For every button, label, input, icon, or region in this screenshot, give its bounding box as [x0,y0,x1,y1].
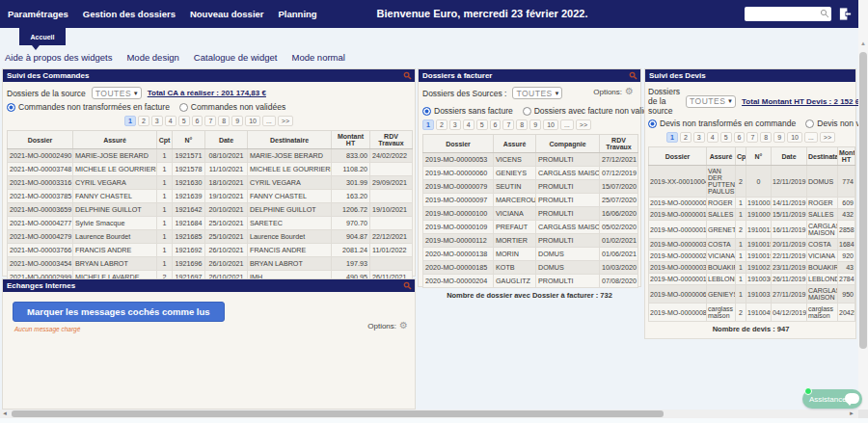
toolbar-link[interactable]: Mode design [126,52,178,63]
nav-item[interactable]: Gestion des dossiers [83,9,176,19]
table-row[interactable]: 2020-MO-00000138MORINDOMUS01/06/2021 [423,248,638,261]
mark-read-button[interactable]: Marquer les messages cochés comme lus [13,302,225,322]
invoices-radio-not-validated[interactable]: Dossiers avec facture non validée [523,106,658,116]
page-button[interactable]: >> [820,132,835,143]
page-button[interactable]: 6 [490,119,502,130]
table-row[interactable]: 2019-MO-00000038BOUAKIRA1191002323/11/20… [649,262,855,274]
scroll-up-icon[interactable]: ▲ [858,40,868,46]
table-row[interactable]: 2019-MO-00000030COSTA1191001520/11/2019C… [649,239,855,251]
page-button[interactable]: 9 [773,132,785,143]
page-button[interactable]: 3 [449,119,461,130]
scroll-right-icon[interactable]: ► [847,410,856,418]
page-button[interactable]: 10 [543,119,558,130]
table-row[interactable]: 2021-MO-00003454BRYAN LABROT1192169626/1… [8,257,413,271]
toolbar-link[interactable]: Mode normal [291,52,344,63]
page-button[interactable]: 1 [124,116,136,126]
page-button[interactable]: 4 [165,116,176,126]
page-button[interactable]: 2 [138,116,149,126]
page-button[interactable]: 8 [218,116,230,126]
page-button[interactable]: 6 [734,132,746,143]
table-row[interactable]: 2021-MO-00003766FRANCIS ANDRE1192169226/… [8,244,413,257]
page-button[interactable]: 4 [707,132,719,143]
page-button[interactable]: 5 [476,119,488,130]
orders-radio-not-invoiced[interactable]: Commandes non transformées en facture [7,102,170,112]
vertical-scrollbar[interactable]: ▲ [858,0,868,417]
table-row[interactable]: 2019-MO-00000060GENIEYSCARGLASS MAISON07… [423,167,638,180]
widget-search-icon[interactable] [629,71,637,80]
table-row[interactable]: 2019-MO-00000112MORTIERPROMULTI01/02/202… [423,234,638,248]
gear-icon[interactable]: ⚙ [399,321,408,330]
vertical-scrollbar-thumb[interactable] [859,52,867,349]
page-button[interactable]: 7 [746,132,758,143]
table-row[interactable]: 2021-MO-00004277Sylvie Smacque1192168425… [8,217,413,230]
orders-total-link[interactable]: Total CA à réaliser : 201 174,83 € [148,89,266,97]
page-button[interactable]: 6 [192,116,203,126]
table-row[interactable]: 2021-MO-00003785FANNY CHASTEL1192163919/… [8,190,413,203]
page-button[interactable]: 5 [178,116,190,126]
page-button[interactable]: 3 [151,116,163,126]
table-row[interactable]: 2021-MO-00004279Laurence Bourdet11921685… [8,230,413,244]
nav-item[interactable]: Nouveau dossier [190,9,264,19]
table-row[interactable]: 2019-XX-00010004VAN DER PUTTEN PAULUS201… [649,166,855,198]
invoices-radio-no-invoice[interactable]: Dossiers sans facture [422,106,513,116]
search-input[interactable] [745,11,831,25]
table-row[interactable]: 2021-MO-00002490MARIE-JOSE BERARD1192157… [8,149,413,163]
page-button[interactable]: 5 [720,132,732,143]
page-button[interactable]: ... [262,116,276,126]
quotes-total-link[interactable]: Total Montant HT Devis : 2 152 624,70 € [742,97,868,106]
widget-search-icon[interactable] [403,71,412,80]
table-row[interactable]: 2021-MO-00003748MICHELE LE GOURRIEREC119… [8,163,413,176]
page-button[interactable]: 10 [245,116,260,126]
gear-icon[interactable]: ⚙ [625,87,634,96]
page-button[interactable]: 3 [693,132,705,143]
table-row[interactable]: 2021-MO-00003316CYRIL VEGARA1192163018/1… [8,176,413,190]
page-button[interactable]: 7 [502,119,514,130]
assistance-button[interactable]: Assistance [802,389,862,409]
tab-accueil[interactable]: Accueil [19,28,66,45]
page-button[interactable]: 4 [463,119,475,130]
page-button[interactable]: >> [576,119,591,130]
horizontal-scrollbar-thumb[interactable] [12,410,664,417]
page-button[interactable]: ... [804,132,818,143]
page-button[interactable]: 2 [436,119,448,130]
table-row[interactable]: 2019-MO-00000079SEUTINPROMULTI15/07/2020 [423,180,638,194]
page-button[interactable]: 7 [204,116,216,126]
table-row[interactable]: 2019-MO-00000017GRENET2191001216/11/2019… [649,221,855,239]
toolbar-link[interactable]: Aide à propos des widgets [5,52,112,63]
horizontal-scrollbar[interactable]: ◄ ► [0,410,858,418]
table-row[interactable]: 2019-MO-00000007ROGER1191000314/11/2019R… [649,198,855,209]
widget-search-icon[interactable] [403,281,412,290]
table-row[interactable]: 2019-MO-00000053VICENSPROMULTI27/12/2021 [423,153,638,167]
quotes-source-select[interactable]: TOUTES▼ [686,95,736,108]
nav-item[interactable]: Paramétrages [8,9,68,19]
page-button[interactable]: >> [278,116,293,126]
page-button[interactable]: 9 [231,116,243,126]
orders-source-select[interactable]: TOUTES▼ [92,87,142,99]
nav-item[interactable]: Planning [279,9,317,19]
table-row[interactable]: 2019-MO-00000109PREFAUTCARGLASS MAISON05… [423,221,638,234]
logout-icon[interactable] [837,6,854,22]
table-row[interactable]: 2019-MO-00000060GENIEYS1191003127/11/201… [649,285,855,304]
table-row[interactable]: 2019-MO-00000013SALLES1191000915/11/2019… [649,209,855,221]
table-row[interactable]: 2019-MO-00000100VICIANAPROMULTI16/06/202… [423,207,638,221]
page-button[interactable]: 9 [529,119,541,130]
table-row[interactable]: 2021-MO-00003659DELPHINE GUILLOT11921642… [8,203,413,217]
table-row[interactable]: 2019-MO-00000087carglass maison219100490… [649,304,855,322]
invoices-source-select[interactable]: TOUTES▼ [512,87,562,99]
table-row[interactable]: 2019-MO-00000097MARCEROUPROMULTI25/07/20… [423,194,638,207]
table-row[interactable]: 2020-MO-00000204GAUGLITZPROMULTI07/08/20… [423,275,638,288]
table-row[interactable]: 2020-MO-00000185KOTBDOMUS10/03/2020 [423,261,638,275]
table-row[interactable]: 2019-MO-00000018LEBLOND1191003026/11/201… [649,274,855,285]
scroll-left-icon[interactable]: ◄ [0,410,10,418]
page-button[interactable]: 8 [516,119,528,130]
page-button[interactable]: 10 [787,132,802,143]
toolbar-link[interactable]: Catalogue de widget [194,52,278,63]
page-button[interactable]: 8 [760,132,772,143]
quotes-radio-not-ordered[interactable]: Devis non transformés en commande [648,119,796,128]
orders-radio-not-validated[interactable]: Commandes non validées [179,102,285,112]
page-button[interactable]: 2 [680,132,692,143]
page-button[interactable]: ... [560,119,574,130]
page-button[interactable]: 1 [422,119,434,130]
table-row[interactable]: 2019-MO-00000026VICIANA1191001922/11/201… [649,251,855,262]
page-button[interactable]: 1 [666,132,678,143]
